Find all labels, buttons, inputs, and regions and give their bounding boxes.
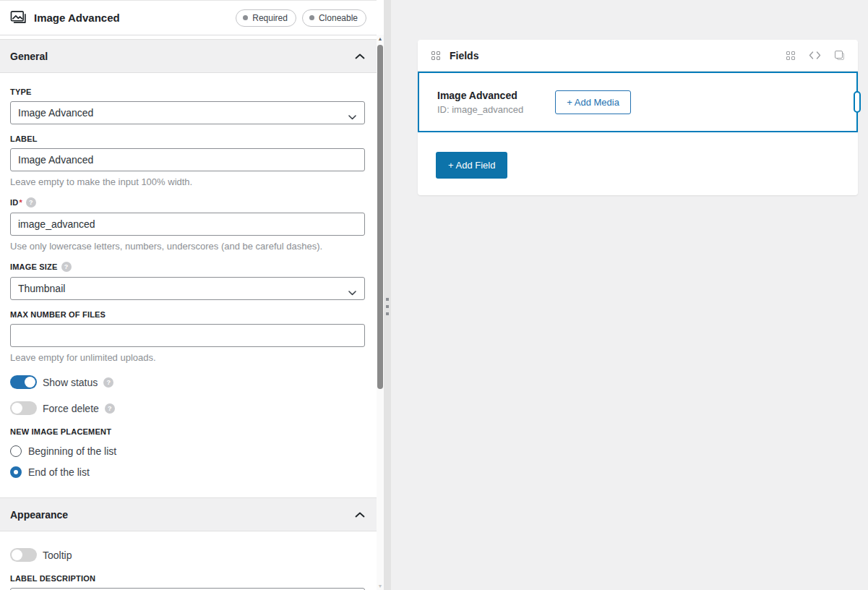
type-label: TYPE — [10, 87, 365, 96]
chevron-up-icon[interactable] — [355, 512, 365, 518]
max-files-label: MAX NUMBER OF FILES — [10, 310, 365, 319]
tooltip-label: Tooltip — [43, 550, 72, 561]
badge-dot-icon — [309, 15, 314, 20]
left-panel-scrollbar[interactable]: ▲ ▼ — [377, 35, 384, 590]
label-input[interactable] — [10, 148, 365, 171]
tooltip-toggle-row: Tooltip — [10, 548, 365, 562]
toggle-knob — [12, 403, 22, 414]
add-media-button[interactable]: + Add Media — [555, 90, 631, 114]
page-title: Image Advanced — [34, 12, 120, 24]
required-badge-label: Required — [252, 13, 288, 23]
force-delete-toggle-row: Force delete — [10, 401, 365, 415]
image-size-label: IMAGE SIZE — [10, 262, 365, 272]
section-header-appearance[interactable]: Appearance — [0, 497, 377, 531]
radio-checked-icon[interactable] — [10, 466, 22, 478]
image-size-select-value: Thumbnail — [18, 283, 65, 294]
max-files-input[interactable] — [10, 324, 365, 347]
toggle-knob — [25, 377, 35, 388]
grid-icon — [431, 51, 440, 60]
field-settings-panel: Image Advanced Required Cloneable Genera… — [0, 0, 377, 590]
scroll-up-icon[interactable]: ▲ — [377, 36, 384, 41]
force-delete-label: Force delete — [43, 403, 99, 414]
show-status-toggle-row: Show status — [10, 375, 365, 389]
chevron-down-icon — [348, 286, 356, 298]
force-delete-toggle[interactable] — [10, 401, 37, 415]
badges: Required Cloneable — [236, 9, 366, 27]
panel-splitter[interactable] — [384, 0, 391, 590]
label-help-text: Leave empty to make the input 100% width… — [10, 176, 365, 187]
section-body-general: TYPE Image Advanced LABEL Leave empty to… — [0, 73, 377, 490]
badge-dot-icon — [243, 15, 248, 20]
section-title: General — [10, 51, 48, 62]
type-select-value: Image Advanced — [18, 107, 93, 119]
section-body-appearance: Tooltip LABEL DESCRIPTION — [0, 531, 377, 590]
code-icon[interactable] — [809, 51, 821, 59]
layout-grid-icon[interactable] — [786, 51, 795, 60]
images-icon — [10, 10, 27, 25]
help-icon[interactable] — [26, 197, 36, 208]
radio-unchecked-icon[interactable] — [10, 445, 22, 457]
show-status-toggle[interactable] — [10, 375, 37, 389]
chevron-down-icon — [348, 111, 356, 122]
id-label: ID* — [10, 197, 365, 208]
field-settings-header: Image Advanced Required Cloneable — [0, 1, 377, 35]
section-header-general[interactable]: General — [0, 39, 377, 73]
field-resize-handle[interactable] — [854, 91, 861, 113]
cloneable-badge-label: Cloneable — [319, 13, 358, 23]
toggle-knob — [12, 550, 22, 560]
builder-preview-panel: Fields Image Advanced ID: image_advanced… — [391, 0, 868, 590]
placement-option-beginning[interactable]: Beginning of the list — [10, 445, 365, 457]
add-field-button[interactable]: + Add Field — [436, 152, 507, 179]
id-input[interactable] — [10, 213, 365, 236]
type-select[interactable]: Image Advanced — [10, 101, 365, 124]
id-help-text: Use only lowercase letters, numbers, und… — [10, 241, 365, 252]
drag-handle-icon[interactable] — [386, 298, 389, 315]
placement-label: NEW IMAGE PLACEMENT — [10, 427, 365, 436]
field-info: Image Advanced ID: image_advanced — [437, 90, 523, 115]
label-description-label: LABEL DESCRIPTION — [10, 574, 365, 583]
max-files-help-text: Leave empty for unlimited uploads. — [10, 352, 365, 363]
fields-card-actions — [786, 51, 844, 60]
required-badge: Required — [236, 9, 296, 27]
chevron-up-icon[interactable] — [355, 54, 365, 59]
cloneable-badge: Cloneable — [302, 9, 366, 27]
required-asterisk: * — [19, 198, 22, 207]
help-icon[interactable] — [103, 377, 113, 388]
placement-option-end[interactable]: End of the list — [10, 466, 365, 478]
tooltip-toggle[interactable] — [10, 548, 37, 562]
scroll-down-icon[interactable]: ▼ — [377, 583, 384, 589]
fields-card-footer: + Add Field — [418, 132, 858, 198]
help-icon[interactable] — [105, 403, 115, 414]
fields-card-header: Fields — [418, 40, 858, 72]
field-name: Image Advanced — [437, 90, 523, 101]
field-id-line: ID: image_advanced — [437, 104, 523, 115]
label-label: LABEL — [10, 134, 365, 143]
fields-card-title: Fields — [450, 50, 478, 61]
duplicate-icon[interactable] — [835, 51, 844, 60]
field-row-image-advanced[interactable]: Image Advanced ID: image_advanced + Add … — [418, 72, 858, 132]
fields-card: Fields Image Advanced ID: image_advanced… — [418, 40, 858, 195]
scrollbar-thumb[interactable] — [377, 45, 383, 389]
show-status-label: Show status — [43, 377, 98, 388]
image-size-select[interactable]: Thumbnail — [10, 277, 365, 300]
help-icon[interactable] — [61, 262, 72, 272]
section-title: Appearance — [10, 509, 68, 521]
